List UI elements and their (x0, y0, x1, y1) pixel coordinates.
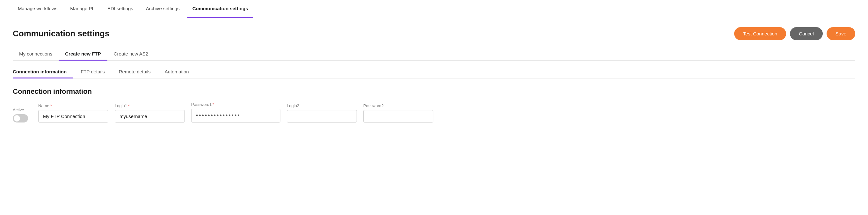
login1-input[interactable] (115, 110, 185, 123)
top-nav-item-communication-settings[interactable]: Communication settings (187, 0, 253, 18)
top-navigation: Manage workflowsManage PIIEDI settingsAr… (0, 0, 868, 18)
page-header: Communication settings Test Connection C… (13, 27, 855, 40)
sub-tab-create-new-ftp[interactable]: Create new FTP (59, 48, 107, 61)
top-nav-item-manage-workflows[interactable]: Manage workflows (13, 0, 62, 18)
top-nav-item-archive-settings[interactable]: Archive settings (141, 0, 185, 18)
password2-label: Password2 (363, 103, 433, 108)
toggle-knob (14, 115, 20, 122)
active-toggle[interactable] (13, 114, 28, 123)
login1-field: Login1* (115, 103, 185, 123)
sub-tabs: My connectionsCreate new FTPCreate new A… (13, 48, 855, 61)
top-nav-item-edi-settings[interactable]: EDI settings (102, 0, 138, 18)
main-content: Communication settings Test Connection C… (0, 18, 868, 123)
connection-info-section: Connection information Active Name* Logi… (13, 78, 855, 123)
test-connection-button[interactable]: Test Connection (734, 27, 786, 40)
password1-field: Password1* (191, 102, 280, 123)
top-nav-item-manage-pii[interactable]: Manage PII (65, 0, 100, 18)
login1-label: Login1* (115, 103, 185, 108)
password2-input[interactable] (363, 110, 433, 123)
active-field: Active (13, 107, 32, 123)
page-title: Communication settings (13, 29, 109, 38)
section-tab-ftp-details[interactable]: FTP details (81, 66, 111, 78)
active-label: Active (13, 107, 24, 112)
form-row: Active Name* Login1* Password1* (13, 102, 855, 123)
save-button[interactable]: Save (827, 27, 855, 40)
password1-input[interactable] (191, 109, 280, 123)
section-tab-automation[interactable]: Automation (165, 66, 195, 78)
section-tab-connection-information[interactable]: Connection information (13, 66, 73, 78)
name-label: Name* (38, 103, 108, 108)
name-field: Name* (38, 103, 108, 123)
sub-tab-my-connections[interactable]: My connections (13, 48, 59, 61)
password1-label: Password1* (191, 102, 280, 107)
password2-field: Password2 (363, 103, 433, 123)
login2-label: Login2 (287, 103, 357, 108)
header-buttons: Test Connection Cancel Save (734, 27, 855, 40)
section-tabs: Connection informationFTP detailsRemote … (13, 66, 855, 78)
section-title: Connection information (13, 87, 855, 96)
login2-field: Login2 (287, 103, 357, 123)
name-input[interactable] (38, 110, 108, 123)
login2-input[interactable] (287, 110, 357, 123)
cancel-button[interactable]: Cancel (790, 27, 823, 40)
sub-tab-create-new-as2[interactable]: Create new AS2 (107, 48, 155, 61)
section-tab-remote-details[interactable]: Remote details (119, 66, 157, 78)
